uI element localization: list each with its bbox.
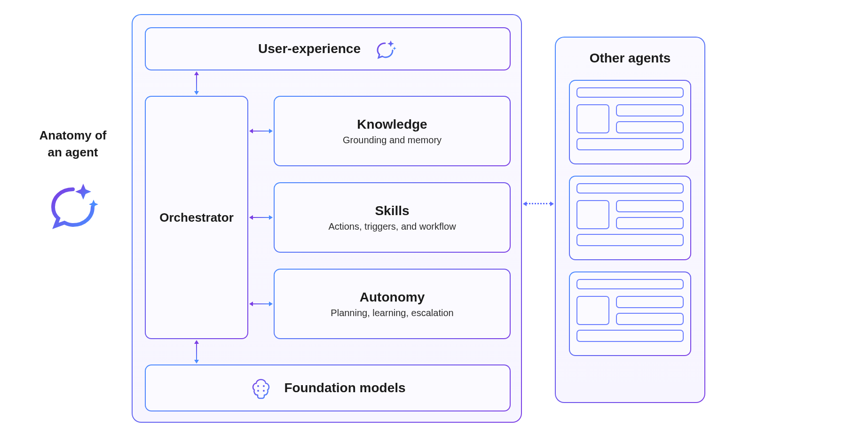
svg-point-3 xyxy=(257,390,259,392)
agent-anatomy-inner: User-experience Orchestrator Kno xyxy=(133,15,521,422)
skills-subtitle: Actions, triggers, and workflow xyxy=(328,221,456,232)
mini-card-side-icon xyxy=(576,104,609,133)
arrow-to-other-agents xyxy=(526,203,551,204)
skills-title: Skills xyxy=(375,203,409,218)
diagram-title-block: Anatomy of an agent xyxy=(28,127,118,232)
orchestrator-box: Orchestrator xyxy=(145,96,248,339)
other-agent-card xyxy=(569,271,691,356)
mini-card-row-icon xyxy=(616,121,684,133)
knowledge-subtitle: Grounding and memory xyxy=(343,135,442,146)
arrow-orchestrator-skills xyxy=(252,217,270,218)
other-agent-card xyxy=(569,176,691,260)
mini-card-row-icon xyxy=(616,104,684,116)
other-agent-card xyxy=(569,80,691,164)
mini-card-row-icon xyxy=(616,200,684,212)
mini-card-row-icon xyxy=(616,217,684,229)
foundation-models-label: Foundation models xyxy=(284,380,405,395)
knowledge-title: Knowledge xyxy=(357,117,427,132)
chat-sparkle-small-icon xyxy=(375,38,397,60)
user-experience-label: User-experience xyxy=(258,41,361,56)
autonomy-title: Autonomy xyxy=(360,290,425,305)
autonomy-box: Autonomy Planning, learning, escalation xyxy=(274,269,511,339)
arrow-orchestrator-knowledge xyxy=(252,131,270,132)
orchestrator-label: Orchestrator xyxy=(159,210,234,225)
diagram-title: Anatomy of an agent xyxy=(28,127,118,161)
brain-icon xyxy=(250,377,272,399)
title-line-2: an agent xyxy=(48,145,98,159)
mini-card-header-icon xyxy=(576,183,684,194)
skills-box: Skills Actions, triggers, and workflow xyxy=(274,182,511,253)
mini-card-header-icon xyxy=(576,87,684,98)
title-line-1: Anatomy of xyxy=(39,128,107,142)
autonomy-subtitle: Planning, learning, escalation xyxy=(331,308,453,318)
arrow-orchestrator-foundation xyxy=(196,343,197,361)
other-agents-title: Other agents xyxy=(590,51,671,66)
arrow-orchestrator-autonomy xyxy=(252,303,270,304)
svg-point-4 xyxy=(263,390,265,392)
agent-anatomy-container: User-experience Orchestrator Kno xyxy=(132,14,522,423)
mini-card-footer-icon xyxy=(576,330,684,342)
knowledge-box: Knowledge Grounding and memory xyxy=(274,96,511,166)
mini-card-row-icon xyxy=(616,296,684,308)
foundation-models-box: Foundation models xyxy=(145,364,511,411)
user-experience-box: User-experience xyxy=(145,27,511,70)
mini-card-footer-icon xyxy=(576,234,684,246)
mini-card-footer-icon xyxy=(576,138,684,150)
mini-card-header-icon xyxy=(576,279,684,289)
other-agents-panel: Other agents xyxy=(555,37,705,403)
svg-point-1 xyxy=(257,385,259,387)
svg-point-2 xyxy=(263,385,265,387)
arrow-ux-orchestrator xyxy=(196,74,197,92)
mini-card-side-icon xyxy=(576,296,609,325)
mini-card-row-icon xyxy=(616,313,684,325)
mini-card-side-icon xyxy=(576,200,609,229)
chat-sparkle-icon xyxy=(45,175,101,232)
